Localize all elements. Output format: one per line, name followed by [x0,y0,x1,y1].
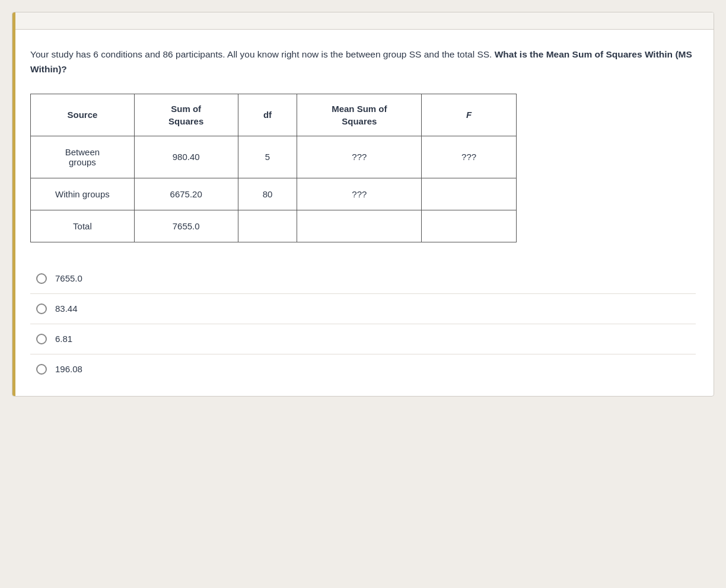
cell-mss-1: ??? [297,178,422,210]
table-row: Betweengroups 980.40 5 ??? ??? [31,136,517,178]
cell-f-2 [422,210,517,242]
cell-f-0: ??? [422,136,517,178]
table-header-row: Source Sum ofSquares df Mean Sum ofSquar… [31,94,517,136]
cell-source-2: Total [31,210,135,242]
answer-option-1[interactable]: 83.44 [30,294,696,324]
answer-label-1: 83.44 [55,303,78,314]
cell-df-0: 5 [238,136,297,178]
answer-option-3[interactable]: 196.08 [30,354,696,384]
cell-source-1: Within groups [31,178,135,210]
anova-table-wrapper: Source Sum ofSquares df Mean Sum ofSquar… [30,94,696,242]
answer-label-0: 7655.0 [55,273,82,283]
anova-table: Source Sum ofSquares df Mean Sum ofSquar… [30,94,517,242]
radio-button-3[interactable] [36,364,47,375]
col-header-mss: Mean Sum ofSquares [297,94,422,136]
answer-option-2[interactable]: 6.81 [30,324,696,354]
question-header [12,12,714,30]
cell-df-2 [238,210,297,242]
col-header-f: F [422,94,517,136]
radio-button-1[interactable] [36,303,47,314]
cell-ss-2: 7655.0 [134,210,238,242]
question-card: Your study has 6 conditions and 86 parti… [12,12,714,397]
cell-df-1: 80 [238,178,297,210]
radio-button-2[interactable] [36,334,47,344]
cell-ss-1: 6675.20 [134,178,238,210]
cell-mss-0: ??? [297,136,422,178]
answer-option-0[interactable]: 7655.0 [30,264,696,294]
cell-mss-2 [297,210,422,242]
answer-label-3: 196.08 [55,364,82,374]
table-row: Total 7655.0 [31,210,517,242]
table-row: Within groups 6675.20 80 ??? [31,178,517,210]
cell-source-0: Betweengroups [31,136,135,178]
question-body: Your study has 6 conditions and 86 parti… [12,30,714,396]
table-body: Betweengroups 980.40 5 ??? ??? Within gr… [31,136,517,242]
col-header-source: Source [31,94,135,136]
cell-f-1 [422,178,517,210]
answer-options: 7655.0 83.44 6.81 196.08 [30,264,696,384]
left-accent [12,12,15,396]
col-header-df: df [238,94,297,136]
radio-button-0[interactable] [36,273,47,284]
col-header-ss: Sum ofSquares [134,94,238,136]
cell-ss-0: 980.40 [134,136,238,178]
question-text-plain: Your study has 6 conditions and 86 parti… [30,49,495,59]
question-text: Your study has 6 conditions and 86 parti… [30,47,696,77]
answer-label-2: 6.81 [55,334,72,344]
